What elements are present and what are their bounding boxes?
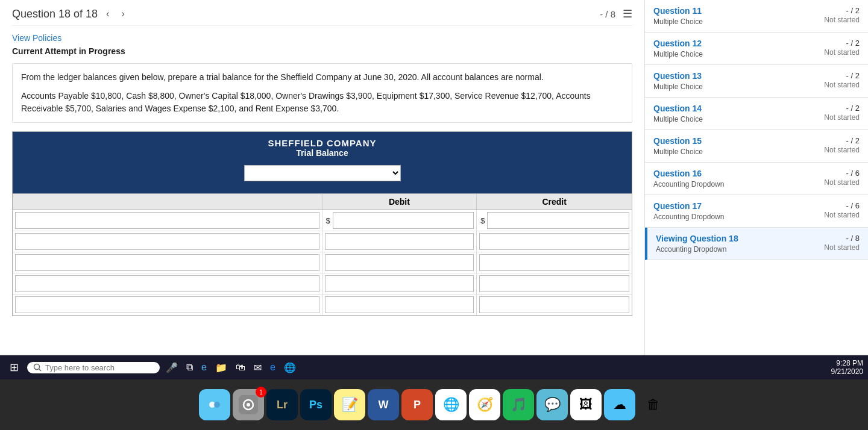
credit-cell-4 [477,273,632,294]
task-view-icon[interactable]: ⧉ [184,360,195,375]
credit-input-4[interactable] [479,275,629,292]
taskbar-search-input[interactable] [45,363,142,372]
credit-cell-3 [477,252,632,273]
table-row [13,231,632,252]
account-input-1[interactable] [15,212,319,229]
sidebar-q11-left: Question 11 Multiple Choice [653,6,824,26]
sidebar-q12-title: Question 12 [653,39,824,48]
credit-dollar-sign: $ [479,216,486,225]
table-row [13,294,632,316]
sidebar-q12-right: - / 2 Not started [824,39,860,57]
account-input-3[interactable] [15,254,319,271]
view-policies-link[interactable]: View Policies [12,33,61,43]
mail-icon[interactable]: ✉ [251,360,264,376]
sidebar-q16-score: - / 6 [824,169,860,178]
trash-icon[interactable]: 🗑 [638,389,669,420]
lightroom-icon[interactable]: Lr [266,389,298,420]
mac-dock: 1 Lr Ps 📝 W P 🌐 🧭 🎵 💬 🖼 ☁ 🗑 [0,379,868,430]
sidebar-item-q18[interactable]: Viewing Question 18 Accounting Dropdown … [645,228,868,260]
prev-question-button[interactable]: ‹ [102,7,113,20]
chrome-icon[interactable]: 🌐 [281,360,298,376]
safari-icon[interactable]: 🧭 [469,389,500,420]
system-prefs-badge: 1 [256,387,266,397]
score-area: - / 8 ☰ [600,7,632,20]
question-title: Question 18 of 18 [12,8,98,20]
question-header: Question 18 of 18 ‹ › - / 8 ☰ [12,7,632,26]
debit-cell-2 [322,231,477,252]
debit-input-3[interactable] [325,254,474,271]
credit-input-1[interactable] [487,212,629,229]
sidebar-item-q16[interactable]: Question 16 Accounting Dropdown - / 6 No… [645,163,868,195]
sidebar-q17-right: - / 6 Not started [824,201,860,219]
sidebar-q13-status: Not started [824,81,860,89]
table-subtitle: Trial Balance [17,148,627,158]
sidebar-item-q11[interactable]: Question 11 Multiple Choice - / 2 Not st… [645,0,868,33]
svg-point-7 [247,403,250,407]
svg-point-4 [214,402,220,408]
sidebar-q13-title: Question 13 [653,71,824,81]
system-preferences-icon[interactable]: 1 [233,389,264,420]
start-button[interactable]: ⊞ [5,358,24,376]
finder-icon[interactable] [199,389,230,420]
powerpoint-icon[interactable]: P [401,389,433,420]
taskbar: ⊞ 🎤 ⧉ e 📁 🛍 ✉ e 🌐 9:28 PM 9/21/2020 [0,355,868,379]
debit-input-5[interactable] [325,296,474,313]
sidebar-q11-status: Not started [824,16,860,24]
sidebar-q16-status: Not started [824,178,860,187]
spotify-icon[interactable]: 🎵 [503,389,534,420]
messages-icon[interactable]: 💬 [536,389,568,420]
edge-icon[interactable]: e [199,360,209,375]
sidebar-q14-left: Question 14 Multiple Choice [653,104,824,123]
sidebar-q14-right: - / 2 Not started [824,104,860,122]
photoshop-icon[interactable]: Ps [300,389,332,420]
cloud-icon[interactable]: ☁ [604,389,635,420]
debit-input-2[interactable] [325,233,474,250]
chrome-dock-icon[interactable]: 🌐 [435,389,467,420]
question-para-1: From the ledger balances given below, pr… [21,71,623,84]
credit-input-2[interactable] [479,233,629,250]
list-icon[interactable]: ☰ [623,7,632,20]
sidebar-item-q17[interactable]: Question 17 Accounting Dropdown - / 6 No… [645,195,868,228]
sidebar-q18-title: Viewing Question 18 [656,234,824,243]
table-row [13,273,632,294]
store-icon[interactable]: 🛍 [233,360,248,375]
sidebar-q15-score: - / 2 [824,136,860,145]
next-question-button[interactable]: › [118,7,128,20]
account-input-5[interactable] [15,296,319,313]
credit-input-3[interactable] [479,254,629,271]
debit-input-4[interactable] [325,275,474,292]
account-input-4[interactable] [15,275,319,292]
photos-icon[interactable]: 🖼 [570,389,602,420]
sidebar-item-q13[interactable]: Question 13 Multiple Choice - / 2 Not st… [645,65,868,98]
date-dropdown[interactable] [244,165,401,181]
sidebar-q17-left: Question 17 Accounting Dropdown [653,201,824,221]
notes-icon[interactable]: 📝 [334,389,365,420]
sidebar-q17-type: Accounting Dropdown [653,213,824,221]
sidebar-q18-type: Accounting Dropdown [656,245,824,254]
sidebar-item-q12[interactable]: Question 12 Multiple Choice - / 2 Not st… [645,33,868,65]
table-col-headers: Debit Credit [13,193,632,210]
credit-cell-5 [477,294,632,315]
sidebar-item-q15[interactable]: Question 15 Multiple Choice - / 2 Not st… [645,130,868,163]
sidebar-q12-left: Question 12 Multiple Choice [653,39,824,58]
debit-input-1[interactable] [333,212,474,229]
taskbar-search-box[interactable] [27,362,160,373]
account-cell-1 [13,210,322,231]
sidebar-q11-score: - / 2 [824,6,860,15]
sidebar-item-q14[interactable]: Question 14 Multiple Choice - / 2 Not st… [645,98,868,130]
sidebar-q13-left: Question 13 Multiple Choice [653,71,824,91]
sidebar-q15-status: Not started [824,146,860,154]
word-icon[interactable]: W [368,389,399,420]
file-explorer-icon[interactable]: 📁 [213,360,230,376]
ie-icon[interactable]: e [268,360,278,375]
col-header-credit: Credit [477,194,632,210]
company-name: SHEFFIELD COMPANY [17,138,627,148]
sidebar-q11-right: - / 2 Not started [824,6,860,24]
cortana-icon[interactable]: 🎤 [163,360,180,376]
sidebar-q15-title: Question 15 [653,136,824,146]
account-input-2[interactable] [15,233,319,250]
sidebar-q16-left: Question 16 Accounting Dropdown [653,169,824,189]
sidebar-q13-score: - / 2 [824,71,860,80]
credit-input-5[interactable] [479,296,629,313]
sidebar-q15-left: Question 15 Multiple Choice [653,136,824,156]
